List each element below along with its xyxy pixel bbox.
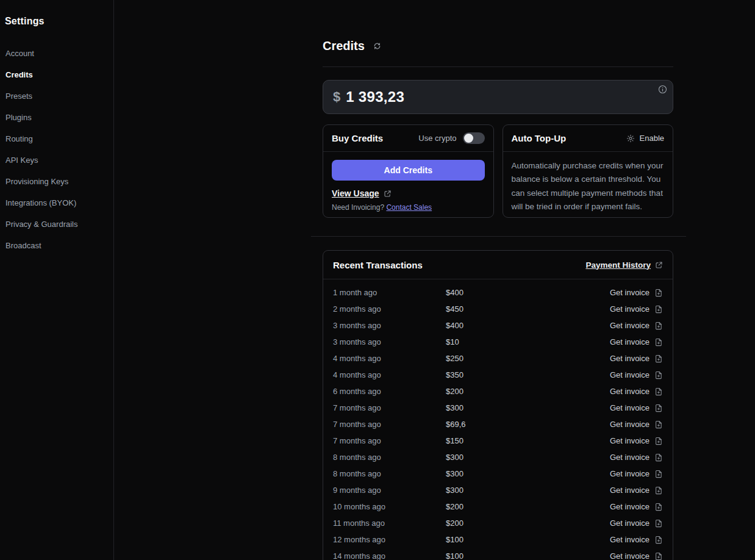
settings-sidebar: Settings Account Credits Presets Plugins [0,0,114,560]
enable-label: Enable [640,134,664,143]
get-invoice-link[interactable]: Get invoice [610,469,663,478]
sidebar-item-provisioning-keys[interactable]: Provisioning Keys [5,171,109,192]
sidebar-item-privacy-guardrails[interactable]: Privacy & Guardrails [5,214,109,235]
contact-sales-link[interactable]: Contact Sales [386,203,432,212]
transaction-date: 2 months ago [333,304,446,314]
table-row: 11 months ago $200 Get invoice [323,515,673,531]
get-invoice-link[interactable]: Get invoice [610,486,663,495]
transaction-amount: $200 [446,519,610,528]
header-divider [323,66,673,67]
table-row: 7 months ago $150 Get invoice [323,433,673,449]
transaction-date: 8 months ago [333,469,446,478]
get-invoice-link[interactable]: Get invoice [610,387,663,396]
get-invoice-link[interactable]: Get invoice [610,535,663,544]
get-invoice-label: Get invoice [610,420,649,429]
get-invoice-link[interactable]: Get invoice [610,420,663,429]
get-invoice-link[interactable]: Get invoice [610,354,663,363]
sidebar-item-presets[interactable]: Presets [5,85,109,107]
section-divider [311,236,686,237]
sidebar-item-label: Provisioning Keys [5,177,68,186]
file-plus-icon [654,470,663,478]
get-invoice-label: Get invoice [610,354,649,363]
sidebar-item-account[interactable]: Account [5,43,109,64]
use-crypto-label: Use crypto [418,134,456,143]
sidebar-item-label: Broadcast [5,241,41,250]
gear-icon [626,134,635,143]
sidebar-item-plugins[interactable]: Plugins [5,107,109,128]
get-invoice-label: Get invoice [610,469,649,478]
transaction-date: 6 months ago [333,387,446,396]
buy-credits-card: Buy Credits Use crypto Add Credits View … [323,124,494,218]
transaction-amount: $300 [446,403,610,412]
get-invoice-link[interactable]: Get invoice [610,321,663,330]
auto-topup-description: Automatically purchase credits when your… [512,159,665,214]
sidebar-item-label: Integrations (BYOK) [5,198,76,207]
get-invoice-label: Get invoice [610,387,649,396]
file-plus-icon [654,305,663,314]
table-row: 14 months ago $100 Get invoice [323,548,673,560]
file-plus-icon [654,503,663,511]
get-invoice-link[interactable]: Get invoice [610,304,663,314]
file-plus-icon [654,536,663,544]
main-content: Credits $ 1 393,23 [114,0,755,560]
transaction-amount: $400 [446,321,610,330]
get-invoice-label: Get invoice [610,337,649,346]
get-invoice-link[interactable]: Get invoice [610,403,663,412]
file-plus-icon [654,371,663,379]
get-invoice-link[interactable]: Get invoice [610,370,663,379]
sidebar-item-credits[interactable]: Credits [5,64,109,85]
table-row: 8 months ago $300 Get invoice [323,465,673,482]
transaction-amount: $250 [446,354,610,363]
external-link-icon [384,190,392,198]
sidebar-item-routing[interactable]: Routing [5,128,109,149]
transaction-amount: $150 [446,436,610,445]
table-row: 7 months ago $69,6 Get invoice [323,416,673,433]
transaction-date: 1 month ago [333,288,446,297]
payment-history-link[interactable]: Payment History [585,260,663,270]
view-usage-link[interactable]: View Usage [332,188,379,198]
info-icon[interactable] [658,85,667,94]
transaction-amount: $100 [446,535,610,544]
transaction-date: 4 months ago [333,370,446,379]
refresh-icon[interactable] [373,42,381,50]
page-title: Credits [323,39,365,53]
table-row: 12 months ago $100 Get invoice [323,531,673,548]
transaction-date: 7 months ago [333,420,446,429]
sidebar-item-label: Presets [5,92,32,101]
sidebar-item-api-keys[interactable]: API Keys [5,149,109,171]
file-plus-icon [654,338,663,346]
get-invoice-link[interactable]: Get invoice [610,453,663,462]
sidebar-item-label: Credits [5,70,33,79]
transaction-date: 7 months ago [333,403,446,412]
file-plus-icon [654,486,663,495]
balance-amount: 1 393,23 [346,88,404,106]
sidebar-item-integrations-byok[interactable]: Integrations (BYOK) [5,192,109,214]
app-root: Settings Account Credits Presets Plugins [0,0,755,560]
balance-currency: $ [333,89,340,105]
use-crypto-toggle[interactable] [463,132,485,144]
table-row: 6 months ago $200 Get invoice [323,383,673,400]
transaction-date: 11 months ago [333,519,446,528]
credit-balance-box: $ 1 393,23 [323,80,673,114]
table-row: 3 months ago $400 Get invoice [323,317,673,334]
sidebar-item-broadcast[interactable]: Broadcast [5,235,109,256]
enable-auto-topup-button[interactable]: Enable [626,134,664,143]
sidebar-item-label: API Keys [5,156,38,165]
table-row: 8 months ago $300 Get invoice [323,449,673,465]
get-invoice-label: Get invoice [610,502,649,511]
get-invoice-link[interactable]: Get invoice [610,288,663,297]
table-row: 4 months ago $250 Get invoice [323,350,673,367]
get-invoice-link[interactable]: Get invoice [610,436,663,445]
transaction-amount: $300 [446,486,610,495]
recent-transactions-title: Recent Transactions [333,260,423,270]
get-invoice-link[interactable]: Get invoice [610,551,663,560]
transaction-amount: $300 [446,469,610,478]
add-credits-button[interactable]: Add Credits [332,160,485,181]
file-plus-icon [654,354,663,363]
get-invoice-link[interactable]: Get invoice [610,337,663,346]
get-invoice-link[interactable]: Get invoice [610,502,663,511]
sidebar-item-label: Privacy & Guardrails [5,220,77,229]
table-row: 2 months ago $450 Get invoice [323,301,673,317]
get-invoice-link[interactable]: Get invoice [610,519,663,528]
file-plus-icon [654,420,663,429]
